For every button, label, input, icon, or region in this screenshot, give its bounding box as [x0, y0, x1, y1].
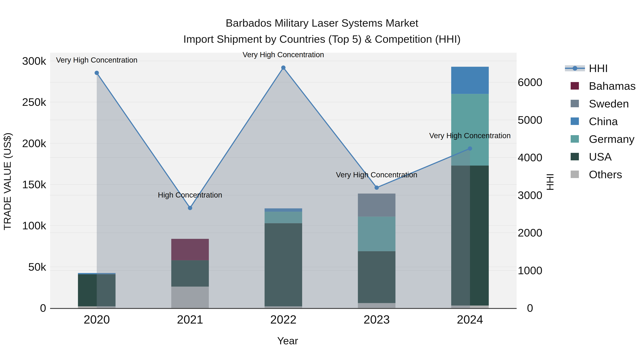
hhi-marker-2024	[468, 146, 472, 151]
legend-item-germany[interactable]: Germany	[565, 130, 636, 148]
legend-label: Others	[589, 168, 622, 181]
legend-item-sweden[interactable]: Sweden	[565, 95, 636, 112]
y-left-tick-label: 300k	[8, 54, 46, 68]
y-right-tick-label: 6000	[518, 75, 542, 89]
legend-label: HHI	[589, 62, 608, 74]
legend-swatch-germany	[565, 135, 585, 143]
y-right-tick-label: 5000	[518, 113, 542, 127]
y-left-tick-label: 200k	[8, 136, 46, 150]
legend-swatch-usa	[565, 153, 585, 161]
legend-item-bahamas[interactable]: Bahamas	[565, 77, 636, 95]
hhi-marker-2023	[374, 186, 379, 190]
bar-segment-china-2024	[451, 67, 489, 94]
x-tick-label: 2022	[270, 312, 296, 327]
y-axis-right-title: HHI	[544, 173, 556, 191]
y-left-tick-label: 250k	[8, 95, 46, 109]
y-left-tick-label: 100k	[8, 219, 46, 233]
annotation-2022: Very High Concentration	[242, 50, 324, 59]
chart-title-line1: Barbados Military Laser Systems Market	[183, 15, 461, 31]
annotation-2023: Very High Concentration	[336, 170, 417, 179]
legend-label: USA	[589, 150, 612, 163]
chart-figure: Barbados Military Laser Systems Market I…	[0, 0, 644, 362]
legend-swatch-china	[565, 117, 585, 125]
legend-item-usa[interactable]: USA	[565, 148, 636, 166]
legend: HHIBahamasSwedenChinaGermanyUSAOthers	[565, 59, 636, 183]
hhi-line-icon	[565, 64, 585, 72]
legend-item-china[interactable]: China	[565, 112, 636, 130]
y-right-tick-label: 0	[527, 301, 533, 315]
x-tick-label: 2023	[364, 312, 390, 327]
hhi-marker-2020	[95, 71, 99, 75]
legend-label: Germany	[589, 133, 634, 145]
legend-swatch-others	[565, 171, 585, 178]
hhi-marker-2022	[281, 65, 286, 70]
annotation-2020: Very High Concentration	[56, 55, 138, 65]
annotation-2021: High Concentration	[158, 190, 222, 200]
legend-label: China	[589, 115, 618, 128]
legend-swatch-bahamas	[565, 82, 585, 90]
chart-title: Barbados Military Laser Systems Market I…	[183, 15, 461, 47]
x-tick-label: 2020	[84, 312, 110, 327]
legend-label: Bahamas	[589, 79, 636, 92]
legend-swatch-sweden	[565, 100, 585, 108]
y-left-tick-label: 150k	[8, 178, 46, 191]
y-left-tick-label: 0	[8, 301, 46, 315]
y-right-tick-label: 2000	[518, 226, 542, 240]
legend-item-others[interactable]: Others	[565, 166, 636, 183]
y-left-tick-label: 50k	[8, 260, 46, 274]
legend-item-hhi[interactable]: HHI	[565, 59, 636, 77]
y-right-tick-label: 1000	[518, 264, 542, 278]
legend-label: Sweden	[589, 97, 629, 110]
x-tick-label: 2024	[457, 312, 483, 327]
annotation-2024: Very High Concentration	[429, 131, 511, 140]
x-axis-title: Year	[277, 335, 298, 347]
chart-title-line2: Import Shipment by Countries (Top 5) & C…	[183, 31, 461, 47]
hhi-marker-2021	[188, 206, 192, 210]
y-right-tick-label: 4000	[518, 150, 542, 164]
y-right-tick-label: 3000	[518, 188, 542, 202]
x-tick-label: 2021	[177, 312, 203, 327]
